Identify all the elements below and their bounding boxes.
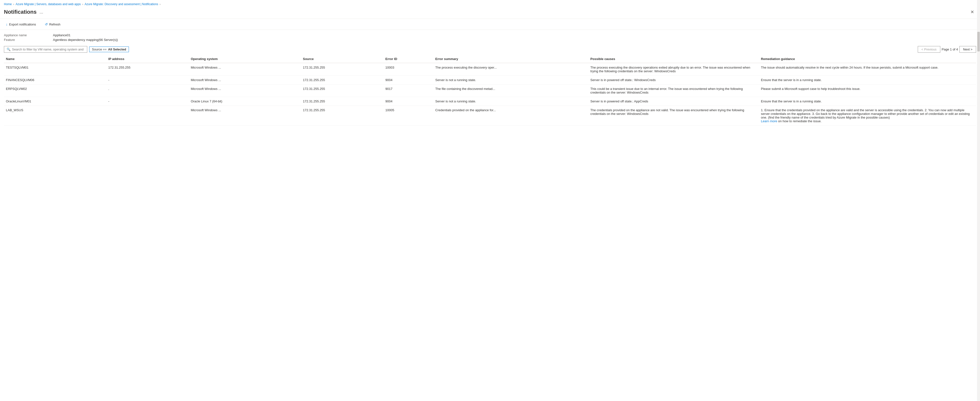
cell-name: FINANCESQLVM06 [4,76,107,84]
page-info: Page 1 of 4 [942,48,958,51]
cell-ip: - [107,97,189,106]
table-container: Name IP address Operating system Source … [0,55,980,126]
cell-name: TESTSQLVM01 [4,63,107,76]
cell-name: LAB_WSUS [4,106,107,126]
refresh-button[interactable]: ↺ Refresh [43,21,62,27]
filter-tag-value: All Selected [108,48,126,51]
cell-name: OracleLinuxVM01 [4,97,107,106]
refresh-label: Refresh [49,22,60,26]
pagination: < Previous Page 1 of 4 Next > [918,46,976,53]
page-header: Notifications ... ✕ [0,7,980,19]
appliance-name-label: Appliance name [4,33,53,37]
table-row: OracleLinuxVM01 - Oracle Linux 7 (64-bit… [4,97,976,106]
cell-error-id: 9004 [383,76,434,84]
more-options-button[interactable]: ... [40,10,43,15]
breadcrumb-notifications[interactable]: Azure Migrate: Discovery and assessment … [84,2,158,6]
scrollbar[interactable] [977,0,980,126]
cell-ip: 172.31.255.255 [107,63,189,76]
breadcrumb-home[interactable]: Home [4,2,12,6]
cell-error-id: 9004 [383,97,434,106]
source-filter-tag[interactable]: Source == All Selected [89,46,129,52]
filters-left: 🔍 Source == All Selected [4,46,129,53]
cell-error-summary: Credentials provided on the appliance fo… [433,106,589,126]
cell-os: Microsoft Windows ... [189,84,301,97]
cell-possible-causes: Server is in powered off state.: Windows… [589,76,759,84]
next-button[interactable]: Next > [959,46,976,53]
cell-source: 172.31.255.255 [301,106,383,126]
cell-remediation: Ensure that the server is in a running s… [759,76,976,84]
col-remediation: Remediation guidance [759,55,976,63]
export-icon: ↓ [6,22,8,26]
cell-possible-causes: This could be a transient issue due to a… [589,84,759,97]
cell-os: Microsoft Windows ... [189,106,301,126]
table-row: FINANCESQLVM06 - Microsoft Windows ... 1… [4,76,976,84]
col-os: Operating system [189,55,301,63]
cell-error-summary: Server is not a running state. [433,76,589,84]
filters-row: 🔍 Source == All Selected < Previous Page… [0,44,980,55]
previous-button[interactable]: < Previous [918,46,940,53]
filter-tag-label: Source == [92,48,107,51]
cell-name: ERPSQLVM02 [4,84,107,97]
cell-source: 172.31.255.255 [301,76,383,84]
cell-os: Microsoft Windows ... [189,63,301,76]
cell-error-id: 10003 [383,63,434,76]
col-name: Name [4,55,107,63]
cell-remediation: The issue should automatically resolve i… [759,63,976,76]
cell-remediation: Ensure that the server is in a running s… [759,97,976,106]
cell-error-id: 9017 [383,84,434,97]
export-notifications-button[interactable]: ↓ Export notifications [4,21,38,27]
col-source: Source [301,55,383,63]
col-error-summary: Error summary [433,55,589,63]
feature-label: Feature [4,38,53,41]
search-box[interactable]: 🔍 [4,46,87,53]
cell-possible-causes: The credentials provided on the applianc… [589,106,759,126]
cell-error-summary: The process executing the discovery oper… [433,63,589,76]
cell-source: 172.31.255.255 [301,63,383,76]
cell-possible-causes: Server is in powered off state.: AppCred… [589,97,759,106]
search-icon: 🔍 [6,48,11,51]
table-header-row: Name IP address Operating system Source … [4,55,976,63]
refresh-icon: ↺ [45,22,48,26]
col-possible-causes: Possible causes [589,55,759,63]
cell-os: Microsoft Windows ... [189,76,301,84]
cell-possible-causes: The process executing the discovery oper… [589,63,759,76]
meta-section: Appliance name Appliance01 Feature Agent… [0,30,980,44]
table-row: TESTSQLVM01 172.31.255.255 Microsoft Win… [4,63,976,76]
cell-error-summary: Server is not a running state. [433,97,589,106]
cell-remediation: Please submit a Microsoft support case t… [759,84,976,97]
cell-error-id: 10005 [383,106,434,126]
appliance-name-value: Appliance01 [53,33,976,37]
close-button[interactable]: ✕ [969,8,976,16]
remediation-link[interactable]: Learn more [761,119,777,123]
search-input[interactable] [12,48,84,51]
col-ip: IP address [107,55,189,63]
cell-os: Oracle Linux 7 (64-bit) [189,97,301,106]
breadcrumb: Home › Azure Migrate | Servers, database… [0,0,980,7]
cell-ip: . [107,84,189,97]
cell-source: 172.31.255.255 [301,97,383,106]
table-row: LAB_WSUS Microsoft Windows ... 172.31.25… [4,106,976,126]
page-title: Notifications [4,9,37,15]
cell-source: 172.31.255.255 [301,84,383,97]
scrollbar-thumb[interactable] [977,32,980,51]
toolbar: ↓ Export notifications ↺ Refresh [0,19,980,30]
feature-value: Agentless dependency mapping(66 Server(s… [53,38,976,41]
breadcrumb-servers[interactable]: Azure Migrate | Servers, databases and w… [16,2,81,6]
notifications-table: Name IP address Operating system Source … [4,55,976,126]
cell-remediation: 1. Ensure that the credentials provided … [759,106,976,126]
export-label: Export notifications [9,22,36,26]
cell-ip [107,106,189,126]
cell-error-summary: The file containing the discovered metad… [433,84,589,97]
cell-ip: - [107,76,189,84]
col-error-id: Error ID [383,55,434,63]
table-row: ERPSQLVM02 . Microsoft Windows ... 172.3… [4,84,976,97]
